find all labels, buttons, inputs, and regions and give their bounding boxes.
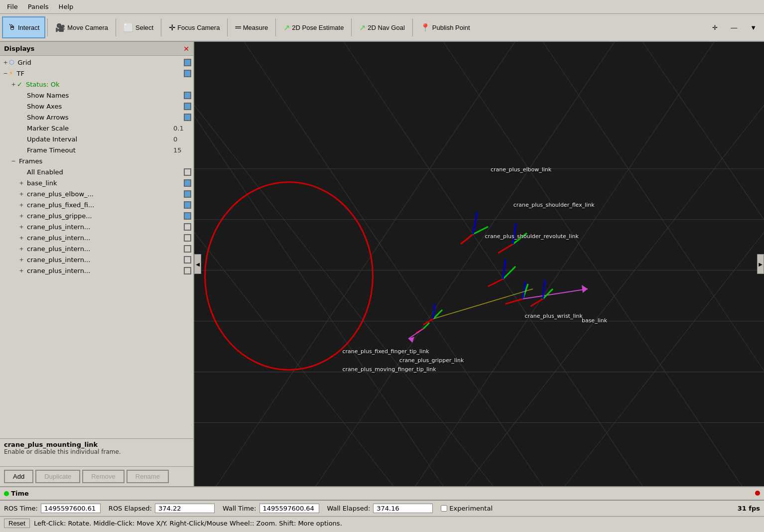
- tf-label: TF: [14, 70, 184, 77]
- reset-button[interactable]: Reset: [4, 519, 30, 528]
- show-names-checkbox[interactable]: [184, 92, 191, 99]
- toolbar-publish-point-button[interactable]: 📍 Publish Point: [415, 16, 476, 38]
- tree-item-crane-intern5[interactable]: + crane_plus_intern...: [0, 265, 193, 276]
- status-hint: Left-Click: Rotate. Middle-Click: Move X…: [34, 520, 342, 527]
- toolbar-focus-camera-button[interactable]: ✛ Focus Camera: [163, 16, 225, 38]
- toolbar-move-camera-button[interactable]: 🎥 Move Camera: [50, 16, 114, 38]
- toolbar-minus-button[interactable]: —: [725, 16, 743, 38]
- grid-checkbox[interactable]: [184, 59, 191, 66]
- tree-item-base-link[interactable]: + base_link: [0, 177, 193, 188]
- svg-line-28: [523, 289, 588, 299]
- interact-icon: 🖱: [8, 23, 16, 32]
- 3d-view[interactable]: ◀ ▶ crane_plus_elbow_link crane_plus_sho…: [194, 42, 764, 486]
- tree-item-update-interval[interactable]: + Update Interval 0: [0, 133, 193, 144]
- tree-item-crane-gripper[interactable]: + crane_plus_grippe...: [0, 210, 193, 221]
- tree-item-marker-scale[interactable]: + Marker Scale 0.1: [0, 123, 193, 133]
- crane-intern1-checkbox[interactable]: [184, 223, 191, 231]
- crane-intern3-label: crane_plus_intern...: [25, 245, 184, 253]
- crane-intern1-expand[interactable]: +: [18, 224, 25, 230]
- tree-item-crane-elbow[interactable]: + crane_plus_elbow_...: [0, 188, 193, 199]
- svg-line-24: [473, 212, 477, 234]
- action-buttons-bar: Add Duplicate Remove Rename: [0, 466, 193, 486]
- crane-intern5-label: crane_plus_intern...: [25, 267, 184, 274]
- base-link-expand[interactable]: +: [18, 180, 25, 186]
- tf-expand[interactable]: −: [2, 70, 9, 77]
- grid-expand[interactable]: +: [2, 59, 9, 66]
- robot-visualization: [194, 42, 764, 486]
- svg-line-38: [530, 299, 543, 306]
- crane-intern4-checkbox[interactable]: [184, 256, 191, 264]
- crane-gripper-checkbox[interactable]: [184, 212, 191, 220]
- toolbar-select-button[interactable]: ⬜ Select: [118, 16, 159, 38]
- sidebar-content: + ⬡ Grid − ⚡ TF + ✓ Status: Ok + Show N: [0, 56, 193, 438]
- add-button[interactable]: Add: [4, 470, 33, 483]
- crane-intern3-checkbox[interactable]: [184, 245, 191, 253]
- crane-intern3-expand[interactable]: +: [18, 246, 25, 252]
- toolbar-crosshair-button[interactable]: ✛: [707, 16, 723, 38]
- toolbar-measure-button[interactable]: ═ Measure: [230, 16, 273, 38]
- collapse-handle[interactable]: ◀: [194, 254, 201, 274]
- interact-label: Interact: [18, 24, 39, 31]
- frames-label: Frames: [17, 157, 191, 165]
- frames-expand[interactable]: −: [10, 158, 17, 164]
- crane-gripper-expand[interactable]: +: [18, 213, 25, 219]
- wall-time-field: Wall Time: 1495597600.64: [223, 504, 319, 513]
- tree-item-show-axes[interactable]: + Show Axes: [0, 101, 193, 112]
- tree-item-all-enabled[interactable]: + All Enabled: [0, 166, 193, 177]
- experimental-checkbox[interactable]: [441, 505, 447, 512]
- crane-intern2-checkbox[interactable]: [184, 234, 191, 242]
- crane-elbow-expand[interactable]: +: [18, 191, 25, 197]
- tree-item-tf[interactable]: − ⚡ TF: [0, 68, 193, 79]
- crane-fixed-checkbox[interactable]: [184, 201, 191, 209]
- tree-item-grid[interactable]: + ⬡ Grid: [0, 57, 193, 68]
- crane-intern5-checkbox[interactable]: [184, 267, 191, 274]
- tree-item-crane-intern1[interactable]: + crane_plus_intern...: [0, 221, 193, 232]
- tree-item-crane-intern3[interactable]: + crane_plus_intern...: [0, 243, 193, 254]
- menu-panels[interactable]: Panels: [23, 2, 54, 11]
- frame-timeout-value: 15: [171, 146, 191, 154]
- 2d-nav-label: 2D Nav Goal: [368, 24, 404, 31]
- svg-line-25: [506, 299, 523, 304]
- menu-file[interactable]: File: [2, 2, 23, 11]
- tree-item-crane-fixed[interactable]: + crane_plus_fixed_fi...: [0, 199, 193, 210]
- tree-item-frames[interactable]: − Frames: [0, 155, 193, 166]
- crane-fixed-expand[interactable]: +: [18, 202, 25, 208]
- rename-button[interactable]: Rename: [127, 470, 169, 483]
- show-arrows-checkbox[interactable]: [184, 114, 191, 121]
- ros-elapsed-field: ROS Elapsed: 374.22: [109, 504, 215, 513]
- tree-item-show-names[interactable]: + Show Names: [0, 90, 193, 101]
- crane-intern2-expand[interactable]: +: [18, 235, 25, 241]
- toolbar-separator-1: [47, 18, 48, 36]
- tree-item-status[interactable]: + ✓ Status: Ok: [0, 79, 193, 90]
- 2d-pose-icon: ↗: [283, 23, 290, 32]
- toolbar-2d-pose-button[interactable]: ↗ 2D Pose Estimate: [278, 16, 349, 38]
- tree-item-frame-timeout[interactable]: + Frame Timeout 15: [0, 144, 193, 155]
- tree-item-crane-intern2[interactable]: + crane_plus_intern...: [0, 232, 193, 243]
- tree-item-show-arrows[interactable]: + Show Arrows: [0, 112, 193, 123]
- all-enabled-checkbox[interactable]: [184, 168, 191, 176]
- crane-intern1-label: crane_plus_intern...: [25, 223, 184, 231]
- menu-help[interactable]: Help: [54, 2, 79, 11]
- focus-camera-icon: ✛: [169, 23, 175, 32]
- remove-button[interactable]: Remove: [82, 470, 124, 483]
- show-axes-checkbox[interactable]: [184, 103, 191, 110]
- sidebar-title: Displays: [4, 45, 34, 52]
- ros-elapsed-value: 374.22: [155, 504, 215, 513]
- svg-line-36: [408, 329, 423, 339]
- tf-checkbox[interactable]: [184, 70, 191, 77]
- crane-intern5-expand[interactable]: +: [18, 267, 25, 274]
- right-collapse-handle[interactable]: ▶: [757, 254, 764, 274]
- sidebar-close-button[interactable]: ✕: [183, 45, 189, 53]
- ros-info-bar: ROS Time: 1495597600.61 ROS Elapsed: 374…: [0, 500, 764, 516]
- sidebar: Displays ✕ + ⬡ Grid − ⚡ TF + ✓: [0, 42, 194, 486]
- toolbar-interact-button[interactable]: 🖱 Interact: [2, 16, 45, 38]
- toolbar-dropdown-button[interactable]: ▼: [745, 16, 762, 38]
- crane-intern4-expand[interactable]: +: [18, 257, 25, 263]
- status-expand[interactable]: +: [10, 81, 17, 88]
- toolbar-2d-nav-button[interactable]: ↗ 2D Nav Goal: [354, 16, 410, 38]
- crane-elbow-checkbox[interactable]: [184, 190, 191, 198]
- tree-item-crane-intern4[interactable]: + crane_plus_intern...: [0, 254, 193, 265]
- duplicate-button[interactable]: Duplicate: [35, 470, 80, 483]
- frame-timeout-label: Frame Timeout: [25, 146, 171, 154]
- base-link-checkbox[interactable]: [184, 179, 191, 187]
